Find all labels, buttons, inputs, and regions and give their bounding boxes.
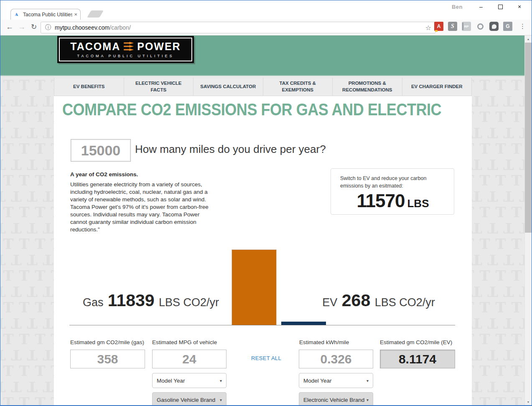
address-bar[interactable]: ⓘ mytpu.chooseev.com /carbon/ ☆ [41,22,436,33]
logo-title: TACOMA POWER [70,41,181,52]
page-area: TTTTTTTTTTTTTTTTTTTTTTTTTTTTTTTTTTTTTTTT… [0,36,532,405]
url-host: mytpu.chooseev.com [55,24,109,31]
profile-name: Ben [452,4,463,10]
callout-unit: LBS [407,197,429,210]
browser-window: ▲ ▲ Tacoma Public Utilities - × Ben – × … [0,0,532,406]
kwh-input[interactable] [299,350,373,368]
tab-close-icon[interactable]: × [74,11,77,18]
callout-value: 11570 [357,190,405,211]
forward-icon[interactable]: → [17,23,27,31]
chevron-down-icon: ▾ [220,378,222,383]
page-info-icon[interactable]: ⓘ [45,24,51,31]
gas-value: 11839 [108,291,155,310]
miles-question-label: How many miles do you drive per year? [135,143,326,156]
logo-tacoma: TACOMA [70,41,120,52]
nav-item-ev-benefits[interactable]: EV BENEFITS [54,78,124,96]
browser-menu-icon[interactable]: ⋮ [517,23,528,30]
browser-toolbar: ← → ↻ ⓘ mytpu.chooseev.com /carbon/ ☆ A … [0,20,532,36]
gas-word: Gas [83,296,104,309]
callout-value-row: 11570LBS [340,190,445,211]
ev-co2-output [380,350,455,368]
back-icon[interactable]: ← [5,23,15,31]
ev-model-year-dropdown[interactable]: Model Year ▾ [299,373,373,388]
page-title: COMPARE CO2 EMISSIONS FOR GAS AND ELECTR… [62,100,441,119]
page-content: EV BENEFITS ELECTRIC VEHICLE FACTS SAVIN… [54,77,472,405]
power-zigzag-icon [124,42,134,51]
extension-blob-icon[interactable] [489,22,499,31]
logo-subtitle: TACOMA PUBLIC UTILITIES [77,54,174,58]
kwh-label: Estimated kWh/mile [299,339,349,345]
ev-co2-label: Estimated gm CO2/mile (EV) [380,339,452,345]
tab-title: Tacoma Public Utilities - [23,12,72,18]
url-path: /carbon/ [109,24,131,31]
info-heading: A year of CO2 emissions. [70,171,138,178]
nav-item-promotions[interactable]: PROMOTIONS & RECOMMENDATIONS [333,78,402,96]
gas-model-year-value: Model Year [157,378,185,384]
browser-tab[interactable]: ▲ ▲ Tacoma Public Utilities - × [10,9,81,20]
mpg-label: Estimated MPG of vehicle [152,339,217,345]
chevron-down-icon: ▾ [367,378,369,383]
ev-unit: LBS CO2/yr [375,296,435,309]
callout-text: Switch to EV and reduce your carbon emis… [340,175,445,190]
ev-result-label: EV 268 LBS CO2/yr [301,291,456,310]
nav-item-ev-charger-finder[interactable]: EV CHARGER FINDER [402,78,472,96]
maximize-icon [498,5,503,9]
nav-item-tax-credits[interactable]: TAX CREDITS & EXEMPTIONS [263,78,333,96]
chevron-down-icon: ▾ [367,398,369,402]
logo-power: POWER [137,41,181,52]
close-button[interactable]: × [510,1,529,12]
chart-baseline [69,325,455,325]
site-favicon-icon: ▲ ▲ [14,12,20,18]
scrollbar-thumb[interactable] [525,43,532,233]
extension-s-icon[interactable]: S [448,22,457,31]
info-body: Utilities generate electricity from a va… [70,181,217,234]
chevron-down-icon: ▾ [220,398,222,402]
ev-brand-dropdown[interactable]: Electronic Vehicle Brand ▾ [299,392,373,405]
page-viewport: TTTTTTTTTTTTTTTTTTTTTTTTTTTTTTTTTTTTTTTT… [0,36,524,405]
gas-brand-dropdown[interactable]: Gasoline Vehicle Brand ▾ [152,392,227,405]
scrollbar[interactable]: ▲ ▼ [524,36,532,405]
gas-bar [232,249,277,325]
bookmark-star-icon[interactable]: ☆ [425,24,431,32]
extension-adblock-icon[interactable]: A [434,22,443,31]
extensions-row: A S RP G ⋮ [434,22,528,31]
browser-titlebar: ▲ ▲ Tacoma Public Utilities - × Ben – × [0,0,532,20]
maximize-button[interactable] [491,1,510,12]
window-controls: – × [471,1,529,12]
reset-all-link[interactable]: RESET ALL [241,355,291,361]
gas-unit: LBS CO2/yr [159,296,219,309]
gas-co2-label: Estimated gm CO2/mile (gas) [70,339,144,345]
site-nav: EV BENEFITS ELECTRIC VEHICLE FACTS SAVIN… [54,77,472,96]
ev-bar [281,322,326,325]
extension-ring-icon[interactable] [476,22,485,31]
scroll-up-icon[interactable]: ▲ [525,36,532,42]
mpg-input[interactable] [152,350,227,368]
ev-value: 268 [342,291,370,310]
nav-item-savings-calculator[interactable]: SAVINGS CALCULATOR [193,78,263,96]
ev-word: EV [322,296,337,309]
reload-icon[interactable]: ↻ [29,23,39,31]
ev-brand-value: Electronic Vehicle Brand [303,397,364,403]
miles-per-year-input[interactable] [71,139,131,162]
minimize-button[interactable]: – [471,1,491,12]
extension-rp-icon[interactable]: RP [462,22,471,31]
tacoma-power-logo: TACOMA POWER TACOMA PUBLIC UTILITIES [57,36,194,63]
ev-model-year-value: Model Year [303,378,332,384]
extension-g-icon[interactable]: G [503,22,512,31]
scroll-down-icon[interactable]: ▼ [525,398,532,405]
gas-brand-value: Gasoline Vehicle Brand [157,397,215,403]
gas-model-year-dropdown[interactable]: Model Year ▾ [152,373,227,388]
new-tab-button[interactable] [87,10,104,18]
nav-item-electric-vehicle-facts[interactable]: ELECTRIC VEHICLE FACTS [124,78,194,96]
gas-result-label: Gas 11839 LBS CO2/yr [74,291,228,310]
gas-co2-input[interactable] [70,350,145,368]
savings-callout: Switch to EV and reduce your carbon emis… [331,168,454,215]
